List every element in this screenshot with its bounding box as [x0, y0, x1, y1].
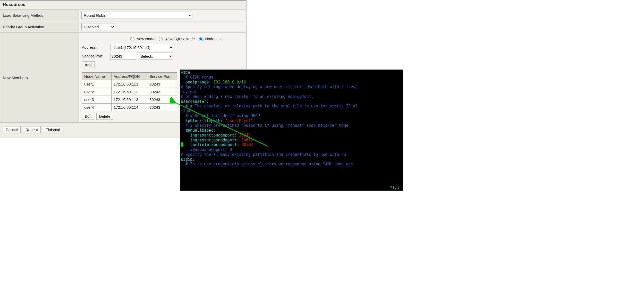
- repeat-button[interactable]: Repeat: [23, 126, 41, 133]
- radio-node-list-label: Node List: [205, 37, 221, 41]
- radio-new-node-label: New Node: [136, 37, 154, 41]
- col-service-port: Service Port: [147, 73, 177, 80]
- cell-addr: 172.16.60.111: [111, 80, 147, 88]
- terminal-cursor-position: 71,1: [390, 186, 399, 190]
- finished-button[interactable]: Finished: [43, 126, 63, 133]
- priority-group-label: Priority Group Activation: [0, 21, 79, 32]
- lb-method-select[interactable]: Round Robin: [81, 12, 192, 19]
- node-source-radio-group: New Node New FQDN Node Node List: [82, 35, 243, 43]
- table-row[interactable]: user2172.16.60.11230243: [82, 88, 177, 96]
- cell-name: user2: [82, 88, 112, 96]
- cell-addr: 172.16.60.113: [111, 96, 147, 104]
- lb-method-label: Load Balancing Method: [0, 9, 79, 21]
- priority-group-select[interactable]: Disabled: [81, 23, 115, 30]
- address-label: Address:: [82, 45, 108, 49]
- terminal-window: vice # CIDR range podiprange: 192.168.0.…: [180, 70, 403, 191]
- table-row[interactable]: user1172.16.60.11130243: [82, 80, 177, 88]
- members-table: Node Name Address/FQDN Service Port user…: [82, 72, 177, 111]
- service-port-label: Service Port:: [82, 54, 108, 58]
- service-port-proto-select[interactable]: Select...: [138, 53, 173, 60]
- col-node-name: Node Name: [82, 73, 112, 80]
- service-port-input[interactable]: [110, 53, 136, 60]
- new-members-label: New Members: [0, 32, 79, 122]
- cell-addr: 172.16.60.114: [111, 104, 147, 111]
- delete-button[interactable]: Delete: [96, 113, 113, 120]
- page-title: Resources: [0, 1, 246, 9]
- col-address: Address/FQDN: [111, 73, 147, 80]
- cell-port: 30243: [147, 96, 177, 104]
- cancel-button[interactable]: Cancel: [3, 126, 21, 133]
- cell-name: user3: [82, 96, 112, 104]
- table-row[interactable]: user3172.16.60.11330243: [82, 96, 177, 104]
- cell-port: 30243: [147, 104, 177, 111]
- cell-name: user4: [82, 104, 112, 111]
- cell-name: user1: [82, 80, 112, 88]
- table-row[interactable]: user4172.16.60.11430243: [82, 104, 177, 111]
- edit-button[interactable]: Edit: [82, 113, 94, 120]
- radio-new-fqdn[interactable]: New FQDN Node: [157, 36, 195, 41]
- add-button[interactable]: Add: [82, 61, 95, 68]
- radio-new-node[interactable]: New Node: [129, 36, 154, 41]
- cell-port: 30243: [147, 88, 177, 96]
- cell-addr: 172.16.60.112: [111, 88, 147, 96]
- radio-new-fqdn-label: New FQDN Node: [165, 37, 195, 41]
- terminal-content: vice # CIDR range podiprange: 192.168.0.…: [181, 70, 402, 172]
- radio-node-list[interactable]: Node List: [198, 36, 221, 41]
- address-select[interactable]: user4 (172.16.60.114): [110, 44, 173, 51]
- cell-port: 30243: [147, 80, 177, 88]
- terminal-cursor-block: [181, 142, 183, 147]
